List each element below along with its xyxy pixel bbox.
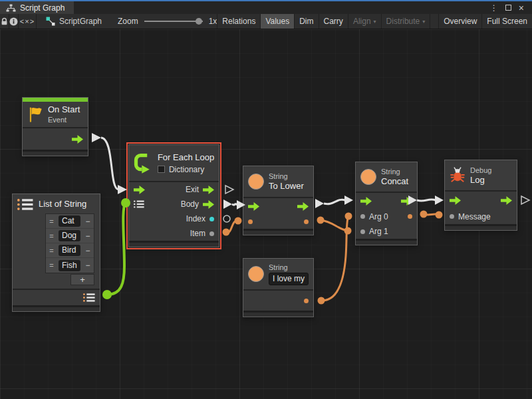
enter-input-port[interactable] [360, 197, 372, 205]
toolbar-button-align[interactable]: Align ▾ [348, 14, 381, 29]
string-value-field[interactable]: I love my [269, 273, 309, 285]
node-on-start[interactable]: On Start Event [22, 97, 88, 156]
tab-label: Script Graph [20, 3, 65, 13]
enter-input-port[interactable] [450, 196, 461, 205]
toolbar-button-dim[interactable]: Dim [294, 14, 318, 29]
wire-endpoint [344, 227, 352, 235]
wire-endpoint [420, 211, 428, 218]
port-label-arg0: Arg 0 [369, 212, 388, 221]
node-string-to-lower[interactable]: String To Lower [243, 166, 314, 235]
toolbar-button-values[interactable]: Values [260, 14, 294, 29]
wire-start-arrow [315, 199, 324, 208]
wire-foreach-body-to-tolower [232, 204, 237, 205]
dictionary-checkbox[interactable] [158, 166, 165, 173]
drag-handle[interactable]: = [46, 217, 57, 225]
list-item-field[interactable]: Cat [59, 215, 80, 227]
remove-item-button[interactable]: − [82, 246, 94, 255]
enter-input-port[interactable] [134, 186, 145, 194]
wire-literal-to-arg0 [321, 216, 348, 301]
toolbar-button-distribute[interactable]: Distribute ▾ [381, 14, 430, 29]
node-string-concat[interactable]: String Concat Arg 0 Arg 1 [355, 162, 418, 245]
item-output-port[interactable] [209, 231, 214, 236]
string-output-port[interactable] [304, 299, 309, 303]
drag-handle[interactable]: = [46, 247, 57, 255]
wire-start-arrow [92, 133, 101, 142]
collection-input-port[interactable] [134, 200, 144, 209]
arg0-input-port[interactable] [360, 214, 365, 219]
arg1-input-port[interactable] [360, 229, 365, 234]
node-caption: String [269, 172, 304, 181]
node-title: To Lower [269, 181, 304, 192]
string-input-port[interactable] [248, 219, 253, 224]
toolbar-button-relations[interactable]: Relations [217, 14, 260, 29]
list-item-field[interactable]: Dog [59, 230, 80, 241]
drag-handle[interactable]: = [46, 232, 57, 240]
node-footer [129, 241, 219, 247]
list-output-port[interactable] [83, 293, 95, 303]
string-output-port[interactable] [304, 219, 309, 224]
node-footer [243, 311, 313, 317]
code-view-label: <×> [20, 17, 35, 25]
window-maximize-button[interactable] [505, 5, 511, 11]
window-close-button[interactable]: × [519, 3, 524, 13]
index-output-port[interactable] [209, 217, 214, 221]
list-item-row: = Dog − [46, 229, 94, 243]
drag-handle[interactable]: = [46, 261, 57, 269]
node-footer [243, 229, 313, 235]
lock-icon [0, 17, 9, 26]
node-debug-log[interactable]: Debug Log Message [444, 160, 517, 231]
flag-icon [27, 106, 43, 124]
node-title: For Each Loop [158, 152, 214, 163]
add-item-button[interactable]: + [70, 274, 94, 285]
script-graph-icon [46, 17, 55, 26]
exit-output-port[interactable] [401, 197, 412, 205]
graph-canvas[interactable]: On Start Event List of String [0, 29, 532, 399]
port-label-message: Message [458, 212, 491, 221]
exit-output-port[interactable] [501, 196, 512, 205]
toolbar-button-carry[interactable]: Carry [319, 14, 348, 29]
message-input-port[interactable] [450, 214, 454, 219]
unconnected-log-exit-hint [521, 196, 529, 204]
list-editor: = Cat − = Dog − = Bird − = Fish − [45, 213, 94, 273]
list-item-row: = Bird − [46, 243, 94, 258]
string-icon [360, 169, 376, 185]
node-list-of-string[interactable]: List of String = Cat − = Dog − = Bird − [12, 194, 100, 312]
chevron-down-icon: ▾ [422, 19, 425, 25]
body-output-port[interactable] [203, 200, 214, 209]
code-view-button[interactable]: <×> [19, 14, 37, 29]
node-string-literal[interactable]: String I love my [243, 258, 314, 317]
exit-output-port[interactable] [297, 202, 309, 211]
port-label-item: Item [190, 229, 205, 238]
enter-input-port[interactable] [248, 202, 259, 211]
remove-item-button[interactable]: − [82, 231, 94, 241]
graph-breadcrumb[interactable]: ScriptGraph [37, 14, 108, 29]
list-item-field[interactable]: Bird [59, 245, 80, 256]
wire-endpoint [317, 217, 325, 224]
remove-item-button[interactable]: − [82, 261, 94, 270]
lock-button[interactable] [0, 14, 9, 29]
dictionary-label: Dictionary [169, 165, 204, 174]
exit-output-port[interactable] [203, 186, 214, 194]
port-label-exit: Exit [186, 185, 199, 194]
info-icon [9, 17, 18, 26]
window-menu-button[interactable]: ⋮ [490, 4, 498, 12]
toolbar-button-overview[interactable]: Overview [438, 14, 481, 29]
node-for-each-loop[interactable]: For Each Loop Dictionary Exit [128, 144, 219, 247]
graph-hierarchy-icon [6, 4, 16, 12]
trigger-output-port[interactable] [72, 135, 83, 144]
zoom-slider[interactable] [144, 21, 203, 22]
zoom-value: 1x [209, 17, 217, 26]
remove-item-button[interactable]: − [82, 217, 94, 226]
list-item-field[interactable]: Fish [59, 260, 80, 271]
focus-accent-line [0, 0, 532, 1]
inspect-button[interactable] [9, 14, 19, 29]
wire-end-arrow [344, 196, 353, 205]
toolbar-button-full-screen[interactable]: Full Screen [481, 14, 532, 29]
zoom-slider-knob[interactable] [196, 18, 202, 25]
wire-endpoint [223, 229, 230, 236]
node-caption: String [269, 263, 309, 272]
result-output-port[interactable] [408, 214, 412, 219]
wire-endpoint [345, 213, 352, 220]
tab-script-graph[interactable]: Script Graph [0, 1, 74, 14]
wire-endpoint [318, 297, 325, 305]
